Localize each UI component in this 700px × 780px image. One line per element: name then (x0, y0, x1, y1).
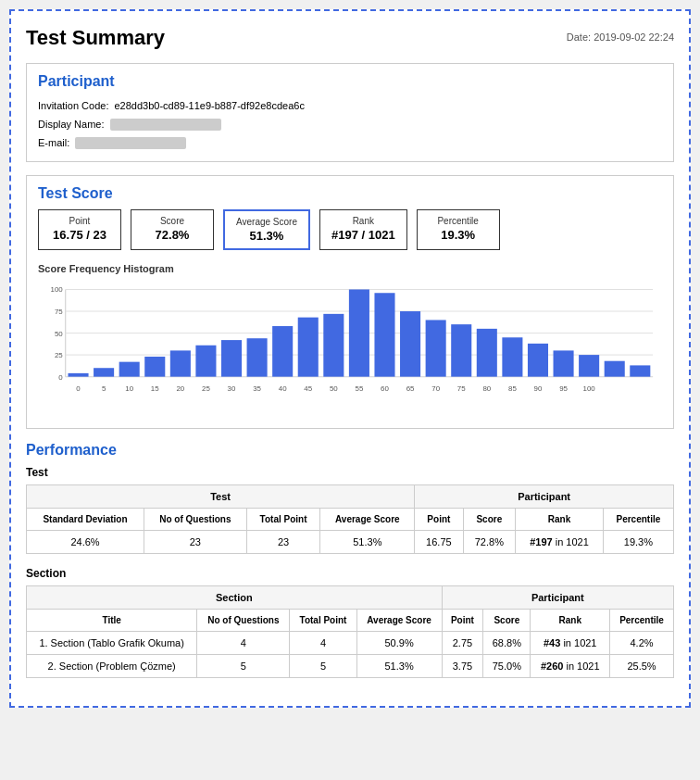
svg-rect-30 (528, 344, 548, 377)
table-cell: 25.5% (610, 655, 674, 678)
svg-rect-20 (272, 326, 293, 377)
score-card: Average Score51.3% (223, 209, 310, 250)
svg-rect-28 (477, 329, 497, 377)
svg-rect-34 (630, 366, 650, 377)
col-header: Average Score (356, 610, 442, 632)
score-card: Score72.8% (131, 209, 214, 250)
card-value: 72.8% (143, 228, 202, 242)
table-cell: 23 (144, 531, 247, 554)
svg-rect-27 (451, 325, 471, 377)
card-value: #197 / 1021 (331, 228, 395, 242)
test-group-header: Test (27, 485, 415, 509)
email-row: E-mail: (38, 134, 662, 153)
svg-text:0: 0 (76, 384, 81, 393)
col-header: Point (442, 610, 483, 632)
section-group-header: Section (27, 586, 443, 610)
svg-rect-18 (221, 340, 242, 377)
histogram-section: Score Frequency Histogram 02550751000510… (38, 263, 662, 409)
section-participant-header: Participant (442, 586, 673, 610)
card-label: Rank (331, 216, 395, 226)
svg-text:90: 90 (534, 384, 543, 393)
card-value: 51.3% (236, 229, 297, 243)
table-cell: 75.0% (483, 655, 531, 678)
table-cell: 23 (246, 531, 320, 554)
table-cell: 5 (290, 655, 356, 678)
card-label: Point (50, 216, 109, 226)
svg-rect-13 (94, 369, 114, 377)
score-card: Rank#197 / 1021 (319, 209, 407, 250)
col-header: Title (27, 610, 197, 632)
table-cell: 3.75 (442, 655, 483, 678)
page-date: Date: 2019-09-02 22:24 (567, 31, 674, 43)
svg-text:65: 65 (406, 384, 415, 393)
svg-rect-26 (426, 321, 446, 377)
email-label: E-mail: (38, 134, 69, 153)
svg-rect-25 (400, 311, 420, 377)
table-cell: #43 in 1021 (531, 632, 610, 655)
svg-rect-22 (323, 314, 344, 377)
card-value: 16.75 / 23 (50, 228, 109, 242)
section-table: Section Participant TitleNo of Questions… (26, 585, 674, 678)
svg-rect-23 (349, 290, 369, 377)
svg-text:5: 5 (102, 384, 106, 393)
svg-text:80: 80 (482, 384, 491, 393)
svg-text:70: 70 (431, 384, 440, 393)
svg-text:15: 15 (151, 384, 159, 393)
table-cell: #197 in 1021 (516, 531, 604, 554)
table-cell: 2. Section (Problem Çözme) (27, 655, 197, 678)
performance-section: Performance Test Test Participant Standa… (26, 442, 674, 678)
histogram-container: 0255075100051015202530354045505560657075… (38, 280, 662, 409)
svg-rect-29 (502, 338, 522, 377)
display-name-label: Display Name: (38, 116, 105, 134)
participant-group-header: Participant (415, 485, 674, 509)
svg-text:50: 50 (55, 330, 63, 338)
svg-rect-12 (68, 373, 88, 377)
display-name-value (110, 119, 221, 131)
section-sub-label: Section (26, 567, 674, 580)
display-name-row: Display Name: (38, 116, 662, 134)
col-header: Total Point (246, 509, 320, 531)
table-cell: 19.3% (603, 531, 673, 554)
svg-text:10: 10 (125, 384, 133, 393)
svg-text:40: 40 (279, 384, 287, 393)
table-cell: 24.6% (27, 531, 144, 554)
col-header: Point (415, 509, 463, 531)
svg-text:85: 85 (508, 384, 517, 393)
svg-rect-24 (374, 294, 394, 377)
table-cell: 5 (197, 655, 290, 678)
card-label: Average Score (236, 217, 297, 227)
col-header: Rank (531, 610, 610, 632)
svg-rect-21 (298, 318, 319, 377)
svg-text:20: 20 (176, 384, 184, 393)
svg-text:0: 0 (58, 373, 63, 382)
table-cell: 72.8% (463, 531, 516, 554)
svg-text:55: 55 (356, 384, 364, 393)
table-cell: 1. Section (Tablo Grafik Okuma) (27, 632, 197, 655)
email-value (75, 137, 186, 149)
col-header: Rank (516, 509, 604, 531)
score-card: Percentile19.3% (417, 209, 500, 250)
col-header: Standard Deviation (27, 509, 144, 531)
histogram-title: Score Frequency Histogram (38, 263, 662, 274)
card-label: Percentile (429, 216, 488, 226)
test-table: Test Participant Standard DeviationNo of… (26, 484, 674, 554)
svg-text:50: 50 (330, 384, 338, 393)
table-cell: 51.3% (356, 655, 442, 678)
svg-text:60: 60 (381, 384, 389, 393)
performance-title: Performance (26, 442, 674, 459)
col-header: No of Questions (144, 509, 247, 531)
col-header: Total Point (290, 610, 356, 632)
table-cell: 2.75 (442, 632, 483, 655)
table-cell: 4 (197, 632, 290, 655)
test-sub-label: Test (26, 466, 674, 479)
col-header: Percentile (603, 509, 673, 531)
invitation-value: e28dd3b0-cd89-11e9-b887-df92e8cdea6c (114, 97, 305, 116)
svg-text:75: 75 (55, 308, 63, 316)
participant-info: Invitation Code: e28dd3b0-cd89-11e9-b887… (38, 97, 662, 152)
svg-rect-33 (605, 361, 625, 377)
participant-title: Participant (38, 73, 662, 90)
svg-rect-32 (579, 355, 599, 377)
histogram-svg: 0255075100051015202530354045505560657075… (38, 280, 662, 400)
invitation-label: Invitation Code: (38, 97, 108, 116)
svg-rect-17 (195, 346, 216, 377)
